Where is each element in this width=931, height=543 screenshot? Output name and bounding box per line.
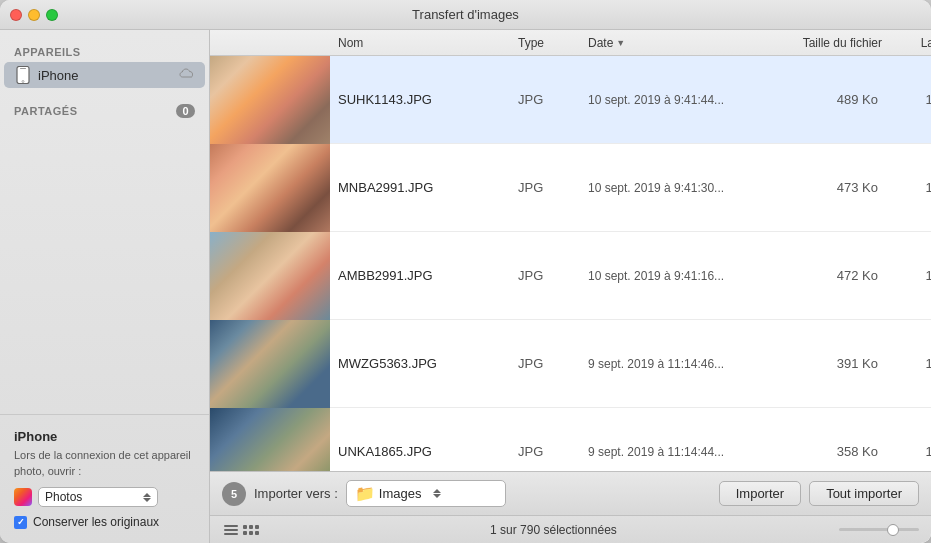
conserve-label: Conserver les originaux [33,515,159,529]
destination-label: Images [379,486,422,501]
cell-type: JPG [510,444,580,459]
cell-largeur: 1 280 [890,268,931,283]
photos-app-icon [14,488,32,506]
bottom-toolbar: 5 Importer vers : 📁 Images Importer Tout… [210,471,931,515]
sidebar-item-iphone[interactable]: iPhone [4,62,205,88]
cell-nom: MWZG5363.JPG [330,356,510,371]
cell-date: 9 sept. 2019 à 11:14:44... [580,445,780,459]
conserve-originaux-row[interactable]: ✓ Conserver les originaux [14,515,195,529]
cell-largeur: 1 280 [890,92,931,107]
status-text: 1 sur 790 sélectionnées [458,523,648,537]
row-data: AMBB2991.JPGJPG10 sept. 2019 à 9:41:16..… [330,268,931,283]
window-title: Transfert d'images [412,7,519,22]
iphone-label: iPhone [38,68,179,83]
close-button[interactable] [10,9,22,21]
sidebar: APPAREILS iPhone PARTAGÉS [0,30,210,543]
cell-date: 9 sept. 2019 à 11:14:46... [580,357,780,371]
col-header-taille[interactable]: Taille du fichier [780,36,890,50]
tout-importer-button[interactable]: Tout importer [809,481,919,506]
cell-nom: AMBB2991.JPG [330,268,510,283]
cell-date: 10 sept. 2019 à 9:41:16... [580,269,780,283]
appareils-section-header: APPAREILS [0,38,209,62]
cell-taille: 473 Ko [780,180,890,195]
importer-button[interactable]: Importer [719,481,801,506]
col-header-type[interactable]: Type [510,36,580,50]
importer-vers-label: Importer vers : [254,486,338,501]
cell-largeur: 1 280 [890,356,931,371]
cell-taille: 489 Ko [780,92,890,107]
cell-date: 10 sept. 2019 à 9:41:44... [580,93,780,107]
selection-count-badge: 5 [222,482,246,506]
partages-badge: 0 [176,104,195,118]
cell-taille: 391 Ko [780,356,890,371]
table-row[interactable]: MNBA2991.JPGJPG10 sept. 2019 à 9:41:30..… [210,144,931,232]
row-data: MNBA2991.JPGJPG10 sept. 2019 à 9:41:30..… [330,180,931,195]
cell-type: JPG [510,180,580,195]
table-body: SUHK1143.JPGJPG10 sept. 2019 à 9:41:44..… [210,56,931,471]
thumbnail [210,408,330,472]
cell-type: JPG [510,268,580,283]
thumbnail [210,144,330,232]
device-description: Lors de la connexion de cet appareil pho… [14,448,195,479]
window-controls [10,9,58,21]
cell-largeur: 1 280 [890,180,931,195]
titlebar: Transfert d'images [0,0,931,30]
app-dropdown[interactable]: Photos [38,487,158,507]
conserve-checkbox[interactable]: ✓ [14,516,27,529]
sidebar-info-panel: iPhone Lors de la connexion de cet appar… [0,414,209,543]
cell-taille: 472 Ko [780,268,890,283]
app-dropdown-chevron [143,493,151,502]
cell-nom: UNKA1865.JPG [330,444,510,459]
zoom-slider[interactable] [839,528,919,531]
table-row[interactable]: AMBB2991.JPGJPG10 sept. 2019 à 9:41:16..… [210,232,931,320]
destination-dropdown-chevron [433,489,441,498]
view-toggle [222,523,260,537]
cell-type: JPG [510,356,580,371]
cell-largeur: 1 280 [890,444,931,459]
row-data: MWZG5363.JPGJPG9 sept. 2019 à 11:14:46..… [330,356,931,371]
cell-nom: SUHK1143.JPG [330,92,510,107]
col-header-largeur[interactable]: Largeur [890,36,931,50]
sort-arrow-icon: ▼ [616,38,625,48]
svg-rect-0 [17,67,29,84]
table-row[interactable]: MWZG5363.JPGJPG9 sept. 2019 à 11:14:46..… [210,320,931,408]
table-row[interactable]: SUHK1143.JPGJPG10 sept. 2019 à 9:41:44..… [210,56,931,144]
minimize-button[interactable] [28,9,40,21]
status-bar: 1 sur 790 sélectionnées [210,515,931,543]
checkmark-icon: ✓ [17,517,25,527]
app-dropdown-row: Photos [14,487,195,507]
row-data: SUHK1143.JPGJPG10 sept. 2019 à 9:41:44..… [330,92,931,107]
app-dropdown-label: Photos [45,490,82,504]
cell-date: 10 sept. 2019 à 9:41:30... [580,181,780,195]
main-layout: APPAREILS iPhone PARTAGÉS [0,30,931,543]
cell-type: JPG [510,92,580,107]
col-header-nom[interactable]: Nom [330,36,510,50]
table-header: Nom Type Date ▼ Taille du fichier Largeu… [210,30,931,56]
app-window: Transfert d'images APPAREILS iPhone [0,0,931,543]
thumbnail [210,56,330,144]
grid-view-icon [243,525,259,535]
col-header-date[interactable]: Date ▼ [580,36,780,50]
partages-section-header: PARTAGÉS 0 [0,96,209,122]
list-view-icon [224,525,238,535]
svg-rect-1 [20,68,26,69]
cell-nom: MNBA2991.JPG [330,180,510,195]
grid-view-button[interactable] [242,523,260,537]
row-data: UNKA1865.JPGJPG9 sept. 2019 à 11:14:44..… [330,444,931,459]
destination-dropdown[interactable]: 📁 Images [346,480,506,507]
device-name: iPhone [14,429,195,444]
thumbnail [210,232,330,320]
list-view-button[interactable] [222,523,240,537]
table-row[interactable]: UNKA1865.JPGJPG9 sept. 2019 à 11:14:44..… [210,408,931,471]
phone-icon [14,66,32,84]
cloud-icon [179,68,195,83]
maximize-button[interactable] [46,9,58,21]
content-area: Nom Type Date ▼ Taille du fichier Largeu… [210,30,931,543]
cell-taille: 358 Ko [780,444,890,459]
folder-icon: 📁 [355,484,375,503]
thumbnail [210,320,330,408]
